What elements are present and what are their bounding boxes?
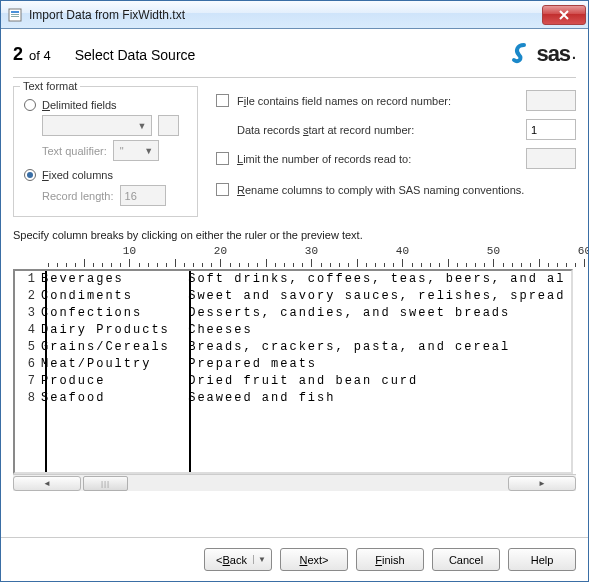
delimited-radio[interactable] — [24, 99, 36, 111]
horizontal-scrollbar[interactable]: ◄ ||| ► — [13, 474, 576, 491]
scroll-left-button[interactable]: ◄ — [13, 476, 81, 491]
window-title: Import Data from FixWidth.txt — [29, 8, 542, 22]
table-row[interactable]: 7Produce Dried fruit and bean curd — [19, 373, 571, 390]
step-total: of 4 — [29, 48, 51, 63]
limit-label: Limit the number of records read to: — [237, 153, 518, 165]
row-number: 7 — [19, 373, 41, 390]
row-number: 4 — [19, 322, 41, 339]
rename-row: Rename columns to comply with SAS naming… — [216, 183, 576, 196]
record-length-row: Record length: 16 — [42, 185, 187, 206]
row-number: 3 — [19, 305, 41, 322]
wizard-header: 2 of 4 Select Data Source sas. — [13, 41, 576, 67]
field-names-row: File contains field names on record numb… — [216, 90, 576, 111]
fixed-radio[interactable] — [24, 169, 36, 181]
page-title: Select Data Source — [75, 47, 196, 63]
break-handle-icon — [41, 269, 51, 271]
delimiter-combo-row: ▼ — [42, 115, 187, 136]
table-row[interactable]: 2Condiments Sweet and savory sauces, rel… — [19, 288, 571, 305]
start-record-label: Data records start at record number: — [237, 124, 518, 136]
scroll-right-button[interactable]: ► — [508, 476, 576, 491]
text-qualifier-label: Text qualifier: — [42, 145, 107, 157]
text-format-legend: Text format — [20, 80, 80, 92]
dialog-content: 2 of 4 Select Data Source sas. Text form… — [1, 29, 588, 537]
rename-checkbox[interactable] — [216, 183, 229, 196]
next-button[interactable]: Next> — [280, 548, 348, 571]
field-names-label: File contains field names on record numb… — [237, 95, 518, 107]
table-row[interactable]: 1Beverages Soft drinks, coffees, teas, b… — [19, 271, 571, 288]
preview-text[interactable]: 1Beverages Soft drinks, coffees, teas, b… — [15, 271, 571, 407]
ruler-container: 102030405060 — [13, 245, 576, 267]
table-row[interactable]: 6Meat/Poultry Prepared meats — [19, 356, 571, 373]
fixed-radio-row[interactable]: Fixed columns — [24, 169, 187, 181]
specify-label: Specify column breaks by clicking on eit… — [13, 229, 576, 241]
field-names-input[interactable] — [526, 90, 576, 111]
chevron-down-icon: ▼ — [253, 555, 266, 564]
rename-label: Rename columns to comply with SAS naming… — [237, 184, 576, 196]
record-length-label: Record length: — [42, 190, 114, 202]
field-names-checkbox[interactable] — [216, 94, 229, 107]
row-text[interactable]: Meat/Poultry Prepared meats — [41, 356, 317, 373]
svg-rect-2 — [11, 14, 19, 15]
wizard-footer: <Back▼ Next> Finish Cancel Help — [1, 537, 588, 581]
row-text[interactable]: Confections Desserts, candies, and sweet… — [41, 305, 510, 322]
row-number: 8 — [19, 390, 41, 407]
finish-button[interactable]: Finish — [356, 548, 424, 571]
table-row[interactable]: 3Confections Desserts, candies, and swee… — [19, 305, 571, 322]
delimited-label: Delimited fields — [42, 99, 117, 111]
delimiter-button[interactable] — [158, 115, 179, 136]
row-text[interactable]: Condiments Sweet and savory sauces, reli… — [41, 288, 565, 305]
table-row[interactable]: 5Grains/Cereals Breads, crackers, pasta,… — [19, 339, 571, 356]
options-row: Text format Delimited fields ▼ Text qual… — [13, 86, 576, 217]
row-text[interactable]: Grains/Cereals Breads, crackers, pasta, … — [41, 339, 510, 356]
svg-rect-1 — [11, 11, 19, 13]
dialog-window: Import Data from FixWidth.txt 2 of 4 Sel… — [0, 0, 589, 582]
text-format-group: Text format Delimited fields ▼ Text qual… — [13, 86, 198, 217]
column-start-line[interactable] — [45, 271, 47, 472]
text-qualifier-row: Text qualifier: "▼ — [42, 140, 187, 161]
scroll-thumb[interactable]: ||| — [83, 476, 128, 491]
svg-rect-3 — [11, 16, 19, 17]
chevron-down-icon: ▼ — [142, 146, 156, 156]
back-button[interactable]: <Back▼ — [204, 548, 272, 571]
file-options: File contains field names on record numb… — [216, 86, 576, 217]
delimited-radio-row[interactable]: Delimited fields — [24, 99, 187, 111]
help-button[interactable]: Help — [508, 548, 576, 571]
step-number: 2 — [13, 44, 23, 65]
table-row[interactable]: 8Seafood Seaweed and fish — [19, 390, 571, 407]
step-indicator: 2 of 4 Select Data Source — [13, 44, 195, 65]
text-qualifier-value: " — [116, 145, 142, 157]
logo-text: sas — [536, 41, 570, 67]
ruler[interactable]: 102030405060 — [13, 245, 559, 267]
text-qualifier-combo[interactable]: "▼ — [113, 140, 159, 161]
row-number: 6 — [19, 356, 41, 373]
sas-logo: sas. — [510, 41, 576, 67]
app-icon — [7, 7, 23, 23]
table-row[interactable]: 4Dairy Products Cheeses — [19, 322, 571, 339]
chevron-down-icon: ▼ — [135, 121, 149, 131]
row-text[interactable]: Dairy Products Cheeses — [41, 322, 253, 339]
title-bar: Import Data from FixWidth.txt — [1, 1, 588, 29]
cancel-button[interactable]: Cancel — [432, 548, 500, 571]
row-number: 2 — [19, 288, 41, 305]
break-handle-icon — [185, 269, 195, 271]
fixed-label: Fixed columns — [42, 169, 113, 181]
preview-pane[interactable]: 1Beverages Soft drinks, coffees, teas, b… — [13, 269, 573, 474]
limit-row: Limit the number of records read to: — [216, 148, 576, 169]
divider — [13, 77, 576, 78]
start-record-input[interactable]: 1 — [526, 119, 576, 140]
record-length-input[interactable]: 16 — [120, 185, 166, 206]
limit-checkbox[interactable] — [216, 152, 229, 165]
row-number: 1 — [19, 271, 41, 288]
row-number: 5 — [19, 339, 41, 356]
close-button[interactable] — [542, 5, 586, 25]
delimiter-combo[interactable]: ▼ — [42, 115, 152, 136]
column-break-line[interactable] — [189, 271, 191, 472]
scroll-track[interactable]: ||| — [81, 476, 508, 491]
limit-input[interactable] — [526, 148, 576, 169]
row-text[interactable]: Beverages Soft drinks, coffees, teas, be… — [41, 271, 565, 288]
row-text[interactable]: Produce Dried fruit and bean curd — [41, 373, 418, 390]
start-record-row: Data records start at record number: 1 — [216, 119, 576, 140]
